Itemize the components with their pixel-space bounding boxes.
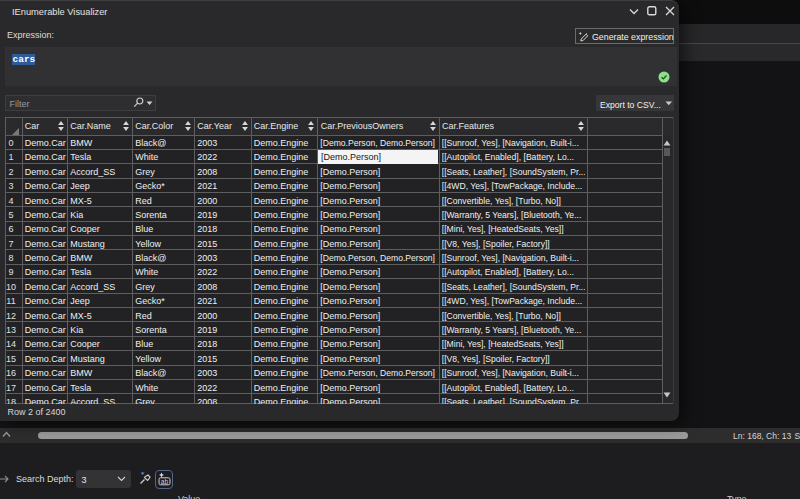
svg-text:ab: ab [160, 478, 168, 485]
